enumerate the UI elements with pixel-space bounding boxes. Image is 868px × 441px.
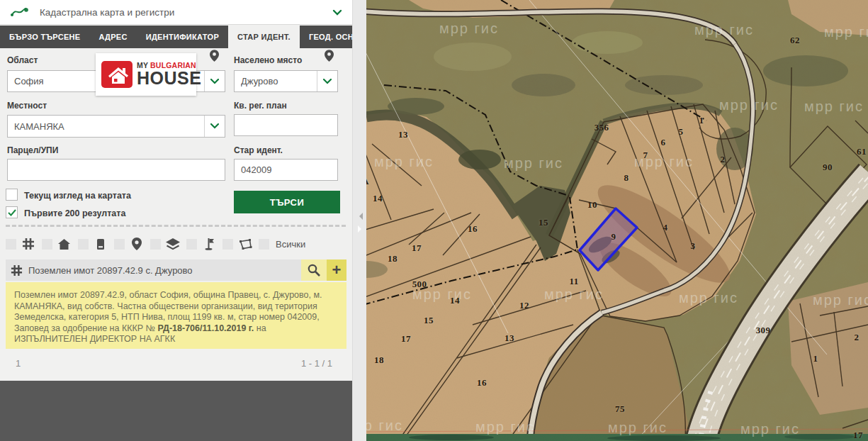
- locality-label: Местност: [7, 101, 47, 111]
- parcel-label: 1: [699, 115, 704, 126]
- layers-icon[interactable]: [165, 238, 180, 250]
- parcel-info-order: РД-18-706/11.10.2019 г.: [157, 323, 254, 333]
- parcel-label: 15: [424, 315, 434, 326]
- checkbox-current-view[interactable]: [6, 189, 18, 201]
- tab-identifier[interactable]: ИДЕНТИФИКАТОР: [137, 26, 228, 48]
- checkbox-first-200[interactable]: [6, 206, 18, 218]
- cadastre-logo-icon: [10, 6, 28, 18]
- parcel-label: 500: [412, 279, 427, 290]
- parcel-label: 13: [398, 129, 408, 140]
- parcel-label: 9: [611, 231, 616, 242]
- parcel-label: 75: [615, 403, 625, 415]
- app-title: Кадастрална карта и регистри: [40, 7, 332, 18]
- parcel-label: 10: [587, 199, 597, 211]
- map-labels-layer: 1314КА3561567821094315161718500141517181…: [366, 0, 868, 441]
- locality-select[interactable]: [7, 115, 225, 138]
- oldid-label: Стар идент.: [234, 145, 283, 155]
- sidebar-collapse-strip: [352, 0, 366, 441]
- map-selector-dropdown[interactable]: Кадастрална карта и регистри: [0, 0, 352, 25]
- map-canvas[interactable]: 1314КА3561567821094315161718500141517181…: [366, 0, 868, 441]
- result-row[interactable]: Поземлен имот 20897.42.9 с. Джурово +: [6, 259, 346, 281]
- parcel-label: 1: [813, 353, 818, 364]
- parcel-field[interactable]: [7, 159, 225, 181]
- house-icon[interactable]: [57, 238, 72, 250]
- sidebar-footer: [0, 381, 352, 441]
- layer-toolbar: Всички: [6, 235, 346, 253]
- expand-arrow-icon[interactable]: [358, 225, 365, 233]
- oldid-field[interactable]: [234, 159, 338, 181]
- cadastral-app: Кадастрална карта и регистри БЪРЗО ТЪРСЕ…: [0, 0, 868, 441]
- flag-icon[interactable]: [201, 238, 216, 250]
- parcel-label: 18: [388, 253, 398, 264]
- parcel-label: 8: [624, 172, 629, 184]
- layer-all-label: Всички: [276, 239, 305, 250]
- parcel-input[interactable]: [8, 160, 225, 180]
- layer-checkbox-grid[interactable]: [6, 239, 16, 250]
- parcel-label: 17: [401, 333, 411, 345]
- collapse-arrow-icon[interactable]: [356, 213, 363, 220]
- my-bulgarian-house-logo: MY BULGARIAN HOUSE: [96, 53, 196, 96]
- layer-checkbox-layers[interactable]: [150, 239, 161, 250]
- layer-checkbox-all[interactable]: [259, 239, 269, 250]
- tab-address[interactable]: АДРЕС: [89, 26, 136, 48]
- result-title: Поземлен имот 20897.42.9 с. Джурово: [28, 265, 301, 276]
- tab-quick-search[interactable]: БЪРЗО ТЪРСЕНЕ: [0, 26, 89, 48]
- layer-checkbox-flag[interactable]: [186, 239, 197, 250]
- house-logo-icon: [101, 61, 133, 88]
- sidebar: Кадастрална карта и регистри БЪРЗО ТЪРСЕ…: [0, 0, 352, 441]
- settlement-label: Населено място: [234, 55, 302, 65]
- search-icon[interactable]: [301, 259, 327, 281]
- checkbox-first-200-label: Първите 200 резултата: [24, 208, 125, 218]
- chevron-down-icon[interactable]: [204, 71, 225, 91]
- chevron-down-icon[interactable]: [204, 116, 225, 137]
- parcel-label: Парцел/УПИ: [7, 145, 58, 155]
- grid-icon[interactable]: [21, 238, 35, 250]
- parcel-label: 90: [823, 162, 833, 173]
- settlement-input[interactable]: [235, 71, 317, 91]
- layer-checkbox-pin[interactable]: [114, 239, 125, 250]
- layer-checkbox-house[interactable]: [42, 239, 52, 250]
- layer-checkbox-building[interactable]: [78, 239, 89, 250]
- chevron-down-icon[interactable]: [317, 71, 337, 91]
- parcel-label: КА: [366, 176, 369, 187]
- parcel-label: 7: [643, 150, 648, 161]
- oblast-label: Област: [7, 55, 38, 65]
- page-number[interactable]: 1: [16, 358, 21, 369]
- checkbox-current-view-label: Текущ изглед на картата: [24, 191, 131, 201]
- parcel-label: 2: [721, 154, 726, 165]
- parcel-label: 5: [679, 126, 684, 138]
- parcel-label: 61: [857, 146, 867, 157]
- dashed-divider: [6, 225, 346, 227]
- kvreg-label: Кв. рег. план: [234, 101, 287, 111]
- kvreg-field[interactable]: [234, 114, 338, 136]
- layer-checkbox-polygon[interactable]: [222, 239, 233, 250]
- tab-geodetic-basis[interactable]: ГЕОД. ОСНОВА: [300, 26, 352, 48]
- kvreg-input[interactable]: [235, 115, 337, 135]
- parcel-label: 11: [569, 276, 578, 287]
- tab-old-ident[interactable]: СТАР ИДЕНТ.: [228, 26, 300, 48]
- oldid-input[interactable]: [235, 160, 337, 180]
- parcel-label: 17: [412, 242, 422, 254]
- tabbar: БЪРЗО ТЪРСЕНЕ АДРЕС ИДЕНТИФИКАТОР СТАР И…: [0, 26, 352, 48]
- parcel-label: 14: [450, 295, 460, 306]
- parcel-label: 13: [505, 333, 514, 344]
- pin-icon[interactable]: [129, 238, 144, 250]
- parcel-label: 6: [661, 137, 666, 148]
- chevron-down-icon: [332, 9, 342, 16]
- search-button[interactable]: ТЪРСИ: [234, 191, 340, 213]
- polygon-icon[interactable]: [237, 238, 252, 250]
- parcel-label: 18: [374, 355, 384, 366]
- building-icon[interactable]: [93, 238, 108, 250]
- locality-input[interactable]: [8, 116, 204, 137]
- parcel-label: 3: [691, 240, 696, 252]
- parcel-label: 62: [790, 35, 800, 46]
- parcel-label: 356: [594, 122, 609, 133]
- check-icon: [8, 209, 16, 216]
- pagination-bar: 1 1 - 1 / 1: [0, 349, 352, 381]
- parcel-label: 16: [477, 377, 487, 389]
- add-button[interactable]: +: [327, 259, 346, 281]
- parcel-label: 4: [663, 222, 668, 233]
- parcel-label: 16: [468, 223, 478, 235]
- settlement-select[interactable]: [234, 70, 338, 92]
- pin-icon: [210, 50, 219, 65]
